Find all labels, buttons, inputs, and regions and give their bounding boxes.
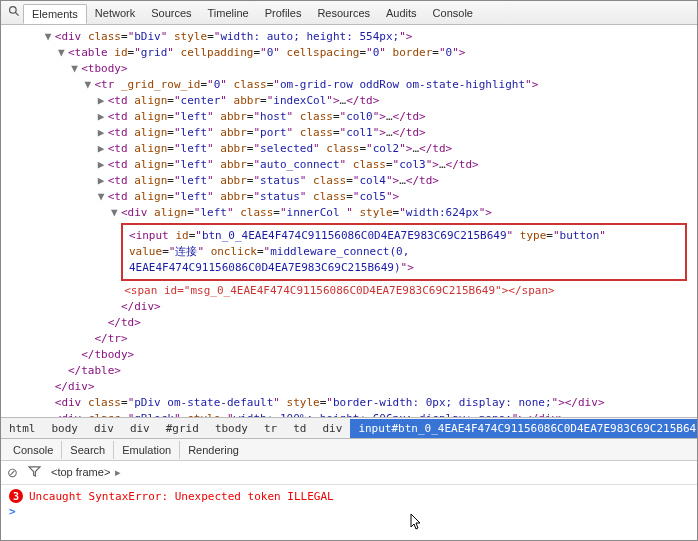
dom-node[interactable]: ▼<div class="bDiv" style="width: auto; h… [5,29,697,45]
execution-context-selector[interactable]: <top frame> ▸ [51,466,121,479]
dom-node[interactable]: </div> [5,299,697,315]
console-error-row[interactable]: 3 Uncaught SyntaxError: Unexpected token… [9,489,689,503]
dom-node[interactable]: ▶<td align="left" abbr="auto_connect" cl… [5,157,697,173]
crumb-tbody[interactable]: tbody [207,419,256,438]
dom-node[interactable]: ▼<td align="left" abbr="status" class="c… [5,189,697,205]
chevron-right-icon: ▸ [115,466,121,478]
tab-resources[interactable]: Resources [309,4,378,22]
crumb-div2[interactable]: div [122,419,158,438]
tab-console[interactable]: Console [425,4,481,22]
tab-sources[interactable]: Sources [143,4,199,22]
dom-node[interactable]: <div class="pDiv om-state-default" style… [5,395,697,411]
dom-node[interactable]: </table> [5,363,697,379]
prompt-caret-icon: > [9,505,16,518]
tab-network[interactable]: Network [87,4,143,22]
svg-point-0 [9,7,16,14]
error-count-badge: 3 [9,489,23,503]
crumb-selected-input[interactable]: input#btn_0_4EAE4F474C91156086C0D4EA7E98… [350,419,698,438]
crumb-tr[interactable]: tr [256,419,285,438]
dom-node[interactable]: </div> [5,379,697,395]
dom-node[interactable]: ▼<table id="grid" cellpadding="0" cellsp… [5,45,697,61]
dom-node[interactable]: ▶<td align="left" abbr="status" class="c… [5,173,697,189]
dom-node[interactable]: </tbody> [5,347,697,363]
dom-node[interactable]: ▼<tr _grid_row_id="0" class="om-grid-row… [5,77,697,93]
console-output: 3 Uncaught SyntaxError: Unexpected token… [1,485,697,522]
search-icon[interactable] [5,5,23,20]
crumb-body[interactable]: body [44,419,87,438]
elements-dom-tree[interactable]: ▼<div class="bDiv" style="width: auto; h… [1,25,697,417]
drawer-tabs: Console Search Emulation Rendering [1,439,697,461]
dom-node[interactable]: </tr> [5,331,697,347]
drawer-tab-rendering[interactable]: Rendering [180,441,247,459]
tab-elements[interactable]: Elements [23,4,87,24]
console-prompt[interactable]: > [9,505,689,518]
dom-node[interactable]: ▶<td align="left" abbr="host" class="col… [5,109,697,125]
dom-node[interactable]: ▼<div align="left" class="innerCol " sty… [5,205,697,221]
dom-node[interactable]: ▶<td align="center" abbr="indexCol">…</t… [5,93,697,109]
crumb-grid[interactable]: #grid [158,419,207,438]
crumb-div1[interactable]: div [86,419,122,438]
drawer-tab-search[interactable]: Search [62,441,114,459]
console-toolbar: ⊘ <top frame> ▸ [1,461,697,485]
dom-node[interactable]: <span id="msg_0_4EAE4F474C91156086C0D4EA… [5,283,697,299]
devtools-toolbar: Elements Network Sources Timeline Profil… [1,1,697,25]
drawer-tab-emulation[interactable]: Emulation [114,441,180,459]
dom-node[interactable]: ▶<td align="left" abbr="port" class="col… [5,125,697,141]
crumb-td[interactable]: td [285,419,314,438]
top-frame-label: <top frame> [51,466,110,478]
drawer-tab-console[interactable]: Console [5,441,62,459]
selected-dom-node[interactable]: <input id="btn_0_4EAE4F474C91156086C0D4E… [121,223,687,281]
error-message: Uncaught SyntaxError: Unexpected token I… [29,490,334,503]
crumb-html[interactable]: html [1,419,44,438]
tab-audits[interactable]: Audits [378,4,425,22]
svg-line-1 [15,12,18,15]
console-input[interactable] [20,505,689,518]
dom-node[interactable]: ▼<tbody> [5,61,697,77]
breadcrumb: html body div div #grid tbody tr td div … [1,417,697,439]
dom-node[interactable]: ▶<td align="left" abbr="selected" class=… [5,141,697,157]
tab-profiles[interactable]: Profiles [257,4,310,22]
crumb-div3[interactable]: div [315,419,351,438]
filter-icon[interactable] [28,465,41,481]
clear-console-icon[interactable]: ⊘ [7,465,18,480]
dom-node[interactable]: </td> [5,315,697,331]
tab-timeline[interactable]: Timeline [200,4,257,22]
